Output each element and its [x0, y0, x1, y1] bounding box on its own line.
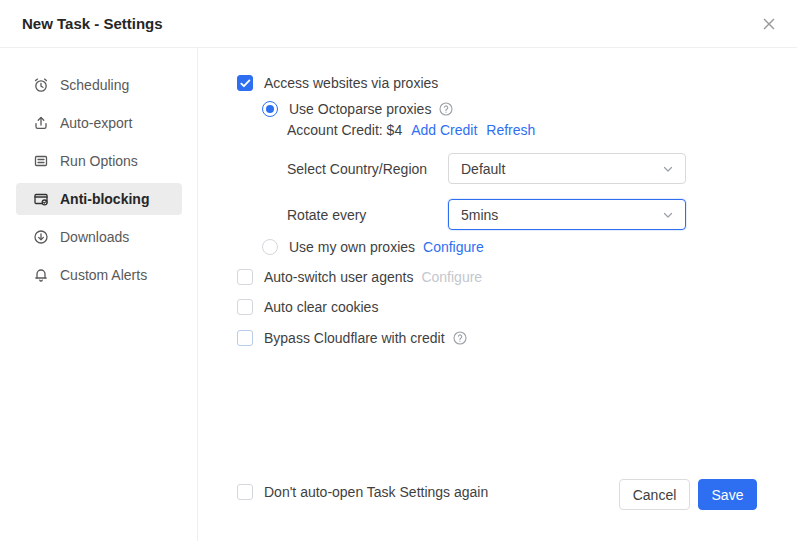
octoparse-proxies-label: Use Octoparse proxies	[289, 101, 431, 117]
alarm-clock-icon	[33, 77, 49, 93]
upload-icon	[33, 115, 49, 131]
rotate-select-value: 5mins	[461, 207, 498, 223]
auto-switch-agents-checkbox[interactable]	[237, 269, 253, 285]
rotate-label: Rotate every	[287, 207, 448, 223]
help-icon[interactable]	[439, 102, 453, 116]
run-options-icon	[33, 153, 49, 169]
download-icon	[33, 229, 49, 245]
rotate-select[interactable]: 5mins	[448, 199, 686, 230]
dialog-title: New Task - Settings	[22, 15, 163, 32]
bell-icon	[33, 267, 49, 283]
chevron-down-icon	[662, 209, 674, 221]
settings-content: Access websites via proxies Use Octopars…	[198, 48, 797, 541]
sidebar-item-label: Auto-export	[60, 115, 132, 131]
sidebar-item-label: Custom Alerts	[60, 267, 147, 283]
chevron-down-icon	[662, 163, 674, 175]
auto-switch-configure-link: Configure	[421, 269, 482, 285]
sidebar-item-anti-blocking[interactable]: Anti-blocking	[16, 183, 182, 215]
sidebar-item-label: Anti-blocking	[60, 191, 149, 207]
add-credit-link[interactable]: Add Credit	[411, 122, 477, 138]
country-label: Select Country/Region	[287, 161, 448, 177]
dialog-header: New Task - Settings	[0, 0, 797, 48]
sidebar-item-scheduling[interactable]: Scheduling	[16, 69, 182, 101]
sidebar-item-label: Downloads	[60, 229, 129, 245]
bypass-cloudflare-label: Bypass Cloudflare with credit	[264, 330, 445, 346]
sidebar-item-run-options[interactable]: Run Options	[16, 145, 182, 177]
save-button[interactable]: Save	[698, 479, 757, 510]
auto-clear-cookies-label: Auto clear cookies	[264, 299, 378, 315]
own-proxies-label: Use my own proxies	[289, 239, 415, 255]
access-proxies-checkbox[interactable]	[237, 75, 253, 91]
own-proxies-radio[interactable]	[262, 239, 278, 255]
bypass-cloudflare-checkbox[interactable]	[237, 330, 253, 346]
auto-clear-cookies-checkbox[interactable]	[237, 299, 253, 315]
access-proxies-label: Access websites via proxies	[264, 75, 438, 91]
sidebar-item-label: Run Options	[60, 153, 138, 169]
country-select-value: Default	[461, 161, 505, 177]
own-proxies-configure-link[interactable]: Configure	[423, 239, 484, 255]
country-select[interactable]: Default	[448, 153, 686, 184]
auto-switch-agents-label: Auto-switch user agents	[264, 269, 413, 285]
sidebar-item-auto-export[interactable]: Auto-export	[16, 107, 182, 139]
close-icon[interactable]	[757, 12, 781, 36]
refresh-link[interactable]: Refresh	[486, 122, 535, 138]
checkmark-icon	[240, 79, 251, 88]
settings-sidebar: Scheduling Auto-export Run Options	[0, 48, 198, 541]
cancel-button[interactable]: Cancel	[619, 479, 690, 510]
sidebar-item-label: Scheduling	[60, 77, 129, 93]
sidebar-item-custom-alerts[interactable]: Custom Alerts	[16, 259, 182, 291]
anti-blocking-icon	[33, 191, 49, 207]
dont-auto-open-checkbox[interactable]	[237, 484, 253, 500]
task-settings-dialog: New Task - Settings Scheduling Auto-expo…	[0, 0, 797, 541]
help-icon[interactable]	[453, 331, 467, 345]
sidebar-item-downloads[interactable]: Downloads	[16, 221, 182, 253]
dont-auto-open-label: Don't auto-open Task Settings again	[264, 484, 488, 500]
octoparse-proxies-radio[interactable]	[262, 101, 278, 117]
account-credit-text: Account Credit: $4	[287, 122, 402, 138]
